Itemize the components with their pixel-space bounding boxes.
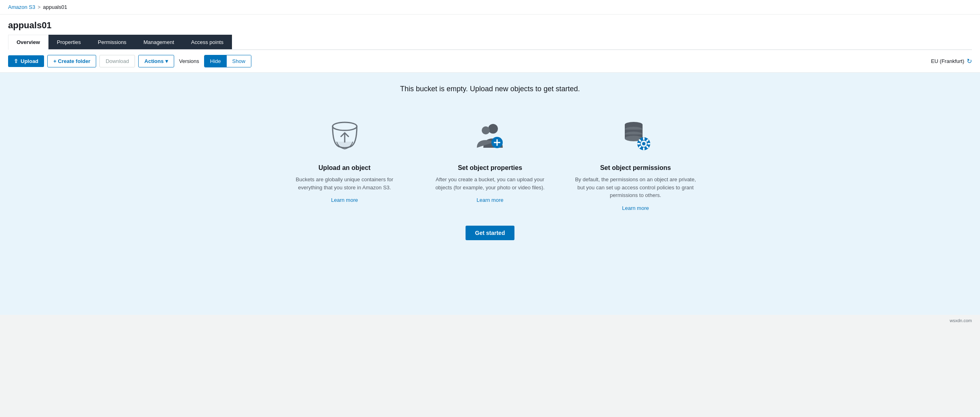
breadcrumb: Amazon S3 > appuals01 — [0, 0, 980, 15]
breadcrumb-current: appuals01 — [43, 4, 67, 10]
card-properties-learn-more[interactable]: Learn more — [476, 197, 503, 203]
empty-message: This bucket is empty. Upload new objects… — [8, 85, 972, 93]
region-indicator: EU (Frankfurt) ↻ — [931, 57, 972, 65]
main-content: This bucket is empty. Upload new objects… — [0, 73, 980, 315]
page-header: appuals01 Overview Properties Permission… — [0, 15, 980, 50]
upload-button[interactable]: ⇧ Upload — [8, 55, 44, 67]
svg-rect-19 — [637, 143, 640, 145]
card-properties-title: Set object properties — [458, 164, 522, 172]
page-title: appuals01 — [8, 20, 972, 35]
svg-rect-20 — [647, 143, 650, 145]
svg-point-3 — [482, 126, 490, 134]
download-button[interactable]: Download — [99, 55, 135, 67]
card-permissions-desc: By default, the permissions on an object… — [575, 176, 696, 199]
breadcrumb-parent[interactable]: Amazon S3 — [8, 4, 35, 10]
card-upload-object: Upload an object Buckets are globally un… — [284, 113, 405, 211]
show-button[interactable]: Show — [227, 55, 251, 67]
tab-access-points[interactable]: Access points — [183, 35, 232, 49]
card-permissions-title: Set object permissions — [600, 164, 671, 172]
actions-label: Actions — [144, 58, 164, 64]
set-permissions-icon — [613, 113, 658, 158]
get-started-button[interactable]: Get started — [466, 226, 515, 240]
upload-arrow-icon: ⇧ — [14, 58, 18, 64]
actions-arrow-icon: ▾ — [165, 58, 168, 64]
footer: wsxdn.com — [0, 315, 980, 326]
tab-permissions[interactable]: Permissions — [89, 35, 135, 49]
tab-properties[interactable]: Properties — [48, 35, 89, 49]
refresh-icon[interactable]: ↻ — [967, 57, 972, 65]
create-folder-label: + Create folder — [53, 58, 90, 64]
svg-point-16 — [642, 142, 645, 145]
actions-dropdown-button[interactable]: Actions ▾ — [138, 55, 174, 67]
footer-text: wsxdn.com — [950, 318, 972, 323]
card-upload-title: Upload an object — [318, 164, 371, 172]
versions-label: Versions — [179, 58, 199, 64]
card-upload-desc: Buckets are globally unique containers f… — [284, 176, 405, 191]
cards-row: Upload an object Buckets are globally un… — [8, 113, 972, 211]
svg-point-0 — [333, 122, 357, 130]
card-permissions-learn-more[interactable]: Learn more — [622, 205, 649, 211]
region-label: EU (Frankfurt) — [931, 58, 964, 64]
card-properties-desc: After you create a bucket, you can uploa… — [430, 176, 551, 191]
card-set-permissions: Set object permissions By default, the p… — [575, 113, 696, 211]
get-started-row: Get started — [8, 226, 972, 240]
download-label: Download — [105, 58, 129, 64]
hide-button[interactable]: Hide — [204, 55, 227, 67]
card-set-properties: Set object properties After you create a… — [430, 113, 551, 211]
card-upload-learn-more[interactable]: Learn more — [331, 197, 358, 203]
upload-button-label: Upload — [21, 58, 38, 64]
create-folder-button[interactable]: + Create folder — [47, 55, 96, 67]
svg-rect-17 — [643, 137, 645, 140]
hide-show-toggle: Hide Show — [204, 55, 251, 67]
svg-point-2 — [488, 124, 498, 134]
svg-rect-18 — [643, 147, 645, 150]
upload-object-icon — [322, 113, 367, 158]
set-properties-icon — [468, 113, 512, 158]
toolbar: ⇧ Upload + Create folder Download Action… — [0, 50, 980, 73]
tab-management[interactable]: Management — [135, 35, 183, 49]
breadcrumb-separator: > — [38, 4, 40, 10]
tab-overview[interactable]: Overview — [8, 35, 48, 50]
tabs-container: Overview Properties Permissions Manageme… — [8, 35, 972, 50]
